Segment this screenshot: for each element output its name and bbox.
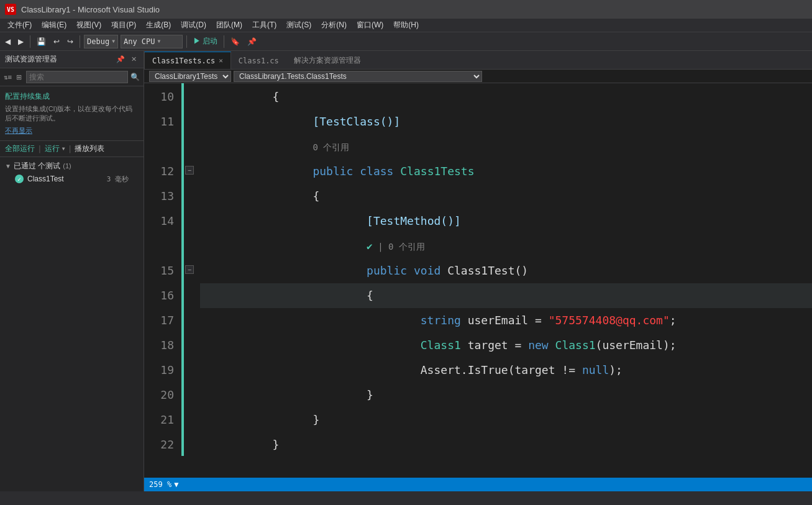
line-num-17: 17	[144, 308, 174, 333]
line-num-20: 20	[144, 383, 174, 407]
gutter-16	[181, 282, 200, 307]
back-button[interactable]: ◀	[2, 35, 13, 48]
line-num-15: 15	[144, 258, 174, 283]
panel-title: 测试资源管理器	[5, 54, 57, 65]
menu-project[interactable]: 项目(P)	[106, 19, 141, 32]
tab-label-0: Class1Tests.cs	[152, 57, 215, 65]
gutter-14a	[181, 207, 200, 232]
collapse-12[interactable]: −	[185, 166, 194, 175]
code-line-20: }	[200, 383, 812, 407]
tab-bar: Class1Tests.cs ✕ Class1.cs 解决方案资源管理器	[144, 51, 812, 70]
ci-notice: 配置持续集成 设置持续集成(CI)版本，以在更改每个代码后不断进行测试。 不再显…	[0, 86, 144, 141]
menu-analyze[interactable]: 分析(N)	[316, 19, 352, 32]
search-icon: 🔍	[130, 73, 140, 81]
test-name: Class1Test	[27, 175, 64, 183]
code-line-11: [TestClass()]	[200, 109, 812, 134]
menu-tools[interactable]: 工具(T)	[247, 19, 281, 32]
green-bar	[181, 83, 184, 456]
panel-pin-button[interactable]: 📌	[114, 55, 127, 64]
forward-button[interactable]: ▶	[16, 35, 26, 48]
section-header[interactable]: ▼ 已通过 个测试 (1)	[5, 160, 139, 173]
gutter-22	[181, 431, 200, 456]
line-num-10: 10	[144, 84, 174, 109]
panel-close-button[interactable]: ✕	[129, 55, 139, 64]
test-time: 3 毫秒	[107, 175, 129, 184]
undo-button[interactable]: ↩	[51, 35, 62, 48]
panel-header: 测试资源管理器 📌 ✕	[0, 51, 144, 68]
gutter-11a	[181, 108, 200, 133]
gutter-12[interactable]: −	[181, 158, 200, 183]
code-line-11-ref: 0 个引用	[200, 134, 812, 159]
toolbar: ◀ ▶ 💾 ↩ ↪ Debug ▼ Any CPU ▼ ▶ 启动 🔖 📌	[0, 32, 812, 51]
run-link[interactable]: 运行	[45, 143, 60, 154]
gutter-17	[181, 307, 200, 332]
zoom-control[interactable]: 259 % ▼	[149, 480, 178, 489]
menu-debug[interactable]: 调试(D)	[176, 19, 211, 32]
line-num-22: 22	[144, 432, 174, 457]
vs-logo-icon: VS	[5, 4, 16, 15]
run-all-link[interactable]: 全部运行	[5, 143, 35, 154]
status-bar: 259 % ▼	[144, 478, 812, 491]
code-line-10: {	[200, 84, 812, 109]
gutter-14b	[181, 232, 200, 257]
tab-label-2: 解决方案资源管理器	[294, 55, 361, 66]
tab-class1[interactable]: Class1.cs	[231, 52, 286, 69]
nav-bar: ClassLibrary1Tests ClassLibrary1.Tests.C…	[144, 70, 812, 83]
code-line-19: Assert.IsTrue(target != null);	[200, 358, 812, 383]
tab-solution-explorer[interactable]: 解决方案资源管理器	[286, 52, 368, 69]
tab-label-1: Class1.cs	[239, 57, 279, 65]
menu-team[interactable]: 团队(M)	[211, 19, 247, 32]
separator-1	[30, 35, 30, 48]
gutter-20	[181, 381, 200, 406]
menu-test[interactable]: 测试(S)	[281, 19, 316, 32]
test-item[interactable]: ✓ Class1Test 3 毫秒	[5, 173, 139, 186]
menu-view[interactable]: 视图(V)	[71, 19, 106, 32]
menu-file[interactable]: 文件(F)	[2, 19, 37, 32]
gutter-19	[181, 357, 200, 381]
search-bar: ⇅≡ ⊞ 🔍	[0, 68, 144, 86]
playlist-link[interactable]: 播放列表	[75, 143, 104, 154]
debug-config-arrow: ▼	[112, 39, 115, 44]
group-button[interactable]: ⊞	[14, 73, 24, 82]
line-num-11b	[144, 134, 174, 159]
menu-edit[interactable]: 编辑(E)	[37, 19, 71, 32]
nav-member-dropdown[interactable]: ClassLibrary1.Tests.Class1Tests	[234, 71, 482, 82]
line-num-13: 13	[144, 184, 174, 209]
gutter-13	[181, 183, 200, 207]
collapse-15[interactable]: −	[185, 265, 194, 274]
menu-build[interactable]: 生成(B)	[141, 19, 176, 32]
run-bar: 全部运行 | 运行 ▼ | 播放列表	[0, 141, 144, 157]
save-button[interactable]: 💾	[34, 35, 48, 48]
code-line-17: string userEmail = "575574408@qq.com";	[200, 308, 812, 333]
tab-close-0[interactable]: ✕	[219, 57, 223, 65]
code-line-22: }	[200, 432, 812, 457]
code-content[interactable]: { [TestClass()] 0 个引用 public class Class…	[200, 83, 812, 478]
menu-window[interactable]: 窗口(W)	[352, 19, 388, 32]
left-panel: 测试资源管理器 📌 ✕ ⇅≡ ⊞ 🔍 配置持续集成 设置持续集成(CI)版本，以…	[0, 51, 144, 491]
panel-controls: 📌 ✕	[114, 55, 139, 64]
nav-type-dropdown[interactable]: ClassLibrary1Tests	[149, 71, 231, 82]
gutter-21	[181, 406, 200, 431]
platform-dropdown[interactable]: Any CPU ▼	[121, 35, 183, 48]
gutter-15[interactable]: −	[181, 257, 200, 282]
test-pass-icon: ✓	[15, 175, 24, 183]
code-line-14: [TestMethod()]	[200, 209, 812, 234]
menu-bar: 文件(F) 编辑(E) 视图(V) 项目(P) 生成(B) 调试(D) 团队(M…	[0, 19, 812, 32]
tab-class1tests[interactable]: Class1Tests.cs ✕	[144, 52, 231, 69]
line-num-18: 18	[144, 333, 174, 358]
pin-button[interactable]: 📌	[245, 35, 259, 48]
ci-title: 配置持续集成	[5, 91, 139, 102]
code-line-15: public void Class1Test()	[200, 258, 812, 283]
run-dropdown-arrow[interactable]: ▼	[62, 146, 65, 152]
redo-button[interactable]: ↪	[65, 35, 76, 48]
code-line-21: }	[200, 407, 812, 432]
debug-config-dropdown[interactable]: Debug ▼	[84, 35, 118, 48]
zoom-dropdown-arrow[interactable]: ▼	[174, 480, 178, 489]
separator-4	[224, 35, 224, 48]
search-input[interactable]	[26, 71, 128, 83]
start-button[interactable]: ▶ 启动	[191, 35, 220, 48]
test-section: ▼ 已通过 个测试 (1) ✓ Class1Test 3 毫秒	[0, 157, 144, 188]
menu-help[interactable]: 帮助(H)	[388, 19, 424, 32]
ci-dismiss-link[interactable]: 不再显示	[5, 126, 139, 135]
bookmark-button[interactable]: 🔖	[228, 35, 242, 48]
